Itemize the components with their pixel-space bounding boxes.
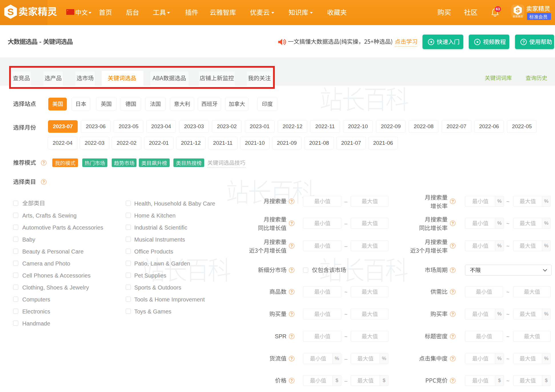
svg-text:?: ?: [522, 40, 525, 44]
